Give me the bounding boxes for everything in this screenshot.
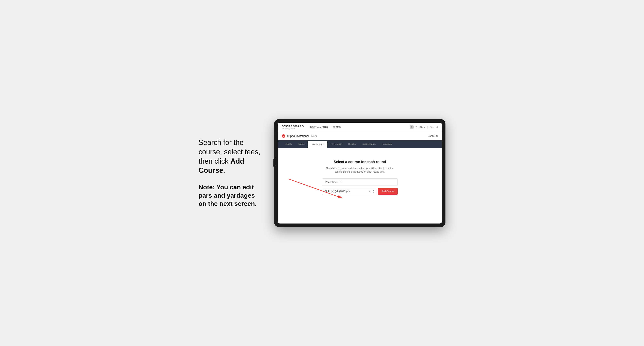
tournament-header: C Clippd Invitational (Men) Cancel ✕ bbox=[278, 132, 442, 140]
logo-subtitle: Powered by clippd bbox=[282, 128, 304, 130]
tablet-side-button bbox=[274, 159, 274, 167]
main-instruction: Search for the course, select tees, then… bbox=[198, 138, 262, 175]
page-wrapper: Search for the course, select tees, then… bbox=[0, 111, 644, 235]
tee-selector-row: Gold (M) (M) (7010 yds) ✕ ▲ ▼ Add Course bbox=[322, 188, 398, 195]
course-setup-panel: Select a course for each round Search fo… bbox=[322, 160, 398, 195]
tab-course-setup[interactable]: Course Setup bbox=[308, 141, 328, 148]
tab-details[interactable]: Details bbox=[282, 140, 295, 148]
add-course-emphasis: Add Course bbox=[198, 157, 244, 174]
tournament-subtitle: (Men) bbox=[311, 135, 317, 137]
annotation-area: Search for the course, select tees, then… bbox=[198, 138, 262, 208]
tab-leaderboards[interactable]: Leaderboards bbox=[359, 140, 379, 148]
cancel-button[interactable]: Cancel ✕ bbox=[428, 135, 438, 137]
user-name: Test User bbox=[416, 126, 425, 128]
section-description: Search for a course and select a tee. Yo… bbox=[322, 167, 398, 173]
section-title: Select a course for each round bbox=[322, 160, 398, 164]
tournament-title: C Clippd Invitational (Men) bbox=[282, 134, 317, 138]
nav-link-tournaments[interactable]: TOURNAMENTS bbox=[310, 126, 328, 128]
tablet-screen: SCOREBOARD Powered by clippd TOURNAMENTS… bbox=[278, 123, 442, 223]
add-course-button[interactable]: Add Course bbox=[378, 188, 398, 195]
course-search-input[interactable] bbox=[322, 178, 398, 186]
tablet-device: SCOREBOARD Powered by clippd TOURNAMENTS… bbox=[274, 119, 446, 227]
tee-clear-icon[interactable]: ✕ bbox=[369, 190, 371, 193]
nav-left: SCOREBOARD Powered by clippd TOURNAMENTS… bbox=[282, 125, 341, 130]
tab-tee-groups[interactable]: Tee Groups bbox=[328, 140, 345, 148]
tab-printables[interactable]: Printables bbox=[379, 140, 395, 148]
tee-select-wrapper: Gold (M) (M) (7010 yds) ✕ ▲ ▼ bbox=[322, 188, 376, 195]
nav-links: TOURNAMENTS TEAMS bbox=[310, 126, 341, 128]
sign-out-link[interactable]: Sign out bbox=[430, 126, 438, 128]
tournament-name: Clippd Invitational bbox=[287, 134, 309, 138]
tab-bar: Details Teams Course Setup Tee Groups Re… bbox=[278, 140, 442, 148]
tab-results[interactable]: Results bbox=[345, 140, 359, 148]
main-content: Select a course for each round Search fo… bbox=[278, 148, 442, 223]
logo-title: SCOREBOARD bbox=[282, 125, 304, 128]
tee-select[interactable]: Gold (M) (M) (7010 yds) bbox=[322, 188, 376, 195]
cancel-icon: ✕ bbox=[436, 135, 438, 137]
nav-divider bbox=[427, 126, 428, 129]
nav-link-teams[interactable]: TEAMS bbox=[332, 126, 340, 128]
tournament-icon: C bbox=[282, 134, 285, 138]
user-avatar: R bbox=[410, 125, 414, 129]
tab-teams[interactable]: Teams bbox=[295, 140, 308, 148]
user-area: R Test User Sign out bbox=[410, 125, 438, 129]
cancel-label: Cancel bbox=[428, 135, 435, 137]
note-instruction: Note: You can edit pars and yardages on … bbox=[198, 183, 262, 208]
top-navigation: SCOREBOARD Powered by clippd TOURNAMENTS… bbox=[278, 123, 442, 132]
logo-area: SCOREBOARD Powered by clippd bbox=[282, 125, 304, 130]
